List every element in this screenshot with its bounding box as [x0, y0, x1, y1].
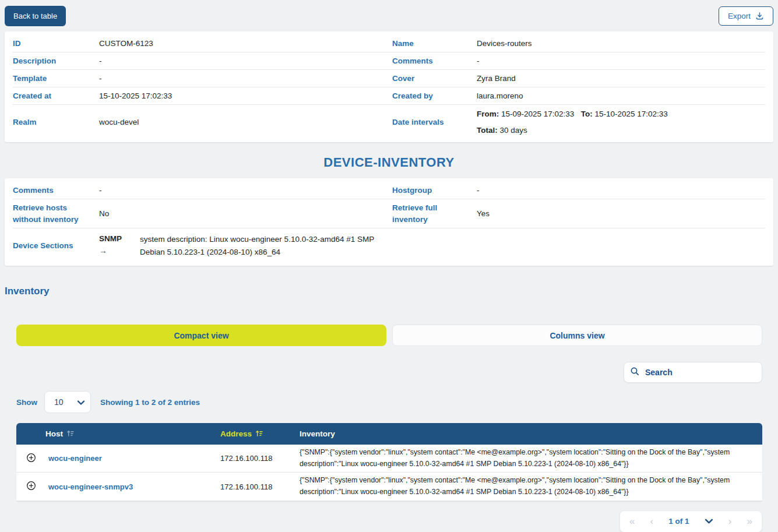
- date-intervals-value: From: 15-09-2025 17:02:33 To: 15-10-2025…: [477, 107, 765, 137]
- page-select-chevron-down-icon[interactable]: [705, 518, 713, 524]
- snmp-section-key: SNMP →: [99, 233, 140, 257]
- field-label: Device Sections: [13, 240, 99, 252]
- page-title: DEVICE-INVENTORY: [0, 155, 778, 170]
- field-label: Name: [392, 38, 477, 50]
- device-row: Retrieve hosts without inventory No Retr…: [13, 199, 765, 228]
- summary-row: Template - Cover Zyra Brand: [13, 70, 765, 87]
- field-value: No: [99, 208, 392, 220]
- column-header-label: Host: [45, 429, 63, 438]
- showing-entries-text: Showing 1 to 2 of 2 entries: [100, 398, 200, 407]
- inventory-json-value: {"SNMP":{"system vendor":"linux","system…: [300, 445, 762, 472]
- summary-row: Created at 15-10-2025 17:02:33 Created b…: [13, 87, 765, 105]
- field-label: Date intervals: [392, 117, 477, 128]
- from-label: From:: [477, 110, 499, 118]
- field-value: -: [99, 185, 392, 196]
- host-link[interactable]: wocu-engineer: [45, 454, 220, 463]
- field-value: -: [477, 55, 765, 67]
- column-header-host[interactable]: Host: [45, 429, 220, 439]
- table-row: wocu-engineer-snmpv3 172.16.100.118 {"SN…: [16, 473, 762, 501]
- total-value: 30 days: [500, 126, 527, 135]
- inventory-table: Host Address Inventory: [16, 423, 762, 501]
- column-header-inventory: Inventory: [300, 429, 762, 438]
- summary-card: ID CUSTOM-6123 Name Devices-routers Desc…: [5, 31, 773, 142]
- top-toolbar: Back to table Export: [0, 0, 778, 31]
- field-value: -: [99, 55, 392, 67]
- field-label: Created by: [392, 90, 477, 102]
- field-value: Devices-routers: [477, 38, 765, 50]
- column-header-address[interactable]: Address: [220, 429, 300, 439]
- device-row: Comments - Hostgroup -: [13, 182, 765, 199]
- snmp-section-text: system description: Linux wocu-engineer …: [140, 233, 385, 258]
- field-label: Retrieve full inventory: [392, 202, 477, 225]
- previous-page-button[interactable]: ‹: [650, 516, 654, 526]
- sort-icon: [66, 429, 74, 439]
- from-value: 15-09-2025 17:02:33: [501, 110, 574, 118]
- circle-plus-icon: [26, 453, 36, 464]
- search-area: [0, 362, 762, 383]
- column-header-label: Address: [220, 429, 252, 438]
- field-label: Cover: [392, 73, 477, 84]
- field-label: Comments: [13, 185, 99, 196]
- field-label: Comments: [392, 55, 477, 67]
- export-button-label: Export: [728, 12, 751, 20]
- page-indicator: 1 of 1: [668, 517, 689, 526]
- field-label: Template: [13, 73, 99, 84]
- field-value: Yes: [477, 208, 765, 220]
- device-sections-value: SNMP → system description: Linux wocu-en…: [99, 228, 765, 263]
- expand-row-button[interactable]: [16, 481, 45, 492]
- pagination-area: « ‹ 1 of 1 › »: [0, 510, 762, 532]
- search-input[interactable]: [645, 368, 756, 377]
- field-value: -: [99, 73, 392, 84]
- page-size-select[interactable]: 10: [44, 391, 91, 413]
- next-page-button[interactable]: ›: [728, 516, 732, 526]
- address-value: 172.16.100.118: [220, 482, 300, 491]
- export-button[interactable]: Export: [719, 6, 773, 26]
- summary-row-realm-dates: Realm wocu-devel Date intervals From: 15…: [13, 105, 765, 140]
- search-icon: [630, 367, 645, 378]
- host-link[interactable]: wocu-engineer-snmpv3: [45, 482, 220, 491]
- column-header-label: Inventory: [300, 429, 335, 438]
- total-label: Total:: [477, 126, 498, 135]
- download-icon: [755, 12, 764, 20]
- field-value: Zyra Brand: [477, 73, 765, 84]
- to-label: To:: [581, 110, 593, 118]
- table-controls: Show 10 Showing 1 to 2 of 2 entries: [16, 391, 778, 413]
- table-header-row: Host Address Inventory: [16, 423, 762, 445]
- last-page-button[interactable]: »: [747, 516, 752, 526]
- summary-row: Description - Comments -: [13, 52, 765, 70]
- field-label: ID: [13, 38, 99, 50]
- expand-row-button[interactable]: [16, 453, 45, 464]
- back-to-table-button[interactable]: Back to table: [5, 6, 66, 26]
- table-row: wocu-engineer 172.16.100.118 {"SNMP":{"s…: [16, 445, 762, 473]
- show-label: Show: [16, 398, 37, 407]
- arrow-right-icon: →: [99, 245, 140, 257]
- inventory-section-title: Inventory: [5, 286, 778, 297]
- first-page-button[interactable]: «: [629, 516, 635, 526]
- field-label: Created at: [13, 90, 99, 102]
- inventory-json-value: {"SNMP":{"system vendor":"linux","system…: [300, 473, 762, 500]
- pagination: « ‹ 1 of 1 › »: [619, 510, 762, 532]
- snmp-label: SNMP: [99, 234, 122, 243]
- view-toggle-group: Compact view Columns view: [16, 325, 762, 346]
- field-label: Description: [13, 55, 99, 67]
- summary-row: ID CUSTOM-6123 Name Devices-routers: [13, 35, 765, 52]
- field-value: 15-10-2025 17:02:33: [99, 90, 392, 102]
- address-value: 172.16.100.118: [220, 454, 300, 463]
- device-sections-row: Device Sections SNMP → system descriptio…: [13, 228, 765, 263]
- field-value: laura.moreno: [477, 90, 765, 102]
- sort-icon-active: [255, 429, 263, 439]
- device-inventory-card: Comments - Hostgroup - Retrieve hosts wi…: [5, 178, 773, 266]
- field-label: Hostgroup: [392, 185, 477, 196]
- compact-view-button[interactable]: Compact view: [16, 325, 386, 346]
- field-value: -: [477, 185, 765, 196]
- to-value: 15-10-2025 17:02:33: [594, 110, 667, 118]
- page-size-select-wrap: 10: [44, 391, 91, 413]
- circle-plus-icon: [26, 481, 36, 492]
- field-value: wocu-devel: [99, 117, 392, 128]
- columns-view-button[interactable]: Columns view: [392, 325, 762, 346]
- field-value: CUSTOM-6123: [99, 38, 392, 50]
- search-container: [624, 362, 762, 383]
- field-label: Retrieve hosts without inventory: [13, 202, 99, 225]
- field-label: Realm: [13, 117, 99, 128]
